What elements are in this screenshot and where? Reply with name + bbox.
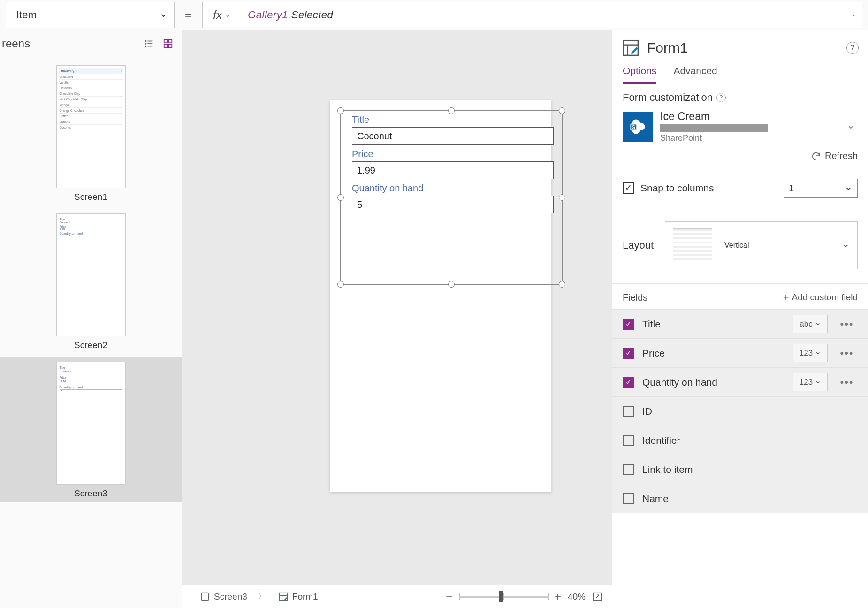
screen-thumbnail-2[interactable]: Title Coconut Price 1.99 Quantity on han…	[0, 209, 182, 353]
tab-advanced[interactable]: Advanced	[673, 61, 717, 84]
sharepoint-icon: S	[623, 112, 653, 142]
field-row-identifier[interactable]: Identifier	[612, 426, 868, 455]
field-row-id[interactable]: ID	[612, 396, 868, 426]
breadcrumb-screen[interactable]: Screen3	[191, 585, 256, 608]
form-customization-header: Form customization	[623, 91, 713, 104]
property-name: Item	[16, 9, 37, 21]
plus-icon: +	[783, 291, 789, 304]
field-type-dropdown[interactable]: 123	[793, 373, 828, 391]
help-icon[interactable]: ?	[716, 93, 726, 102]
tab-options[interactable]: Options	[623, 61, 656, 84]
screen-thumbnail-3[interactable]: Title Coconut Price 1.99 Quantity on han…	[0, 357, 182, 502]
layout-dropdown[interactable]: Vertical	[665, 221, 858, 269]
svg-rect-6	[164, 40, 167, 43]
canvas[interactable]: Title Price Quantity on hand Screen3 〉	[182, 30, 612, 608]
screen2-label: Screen2	[74, 340, 107, 350]
field-menu-icon[interactable]: •••	[836, 347, 858, 359]
chevron-down-icon	[159, 9, 168, 21]
resize-handle[interactable]	[559, 281, 565, 288]
snap-label: Snap to columns	[640, 182, 777, 194]
resize-handle[interactable]	[337, 281, 344, 288]
screen3-label: Screen3	[74, 488, 107, 499]
svg-point-4	[145, 43, 146, 44]
field-menu-icon[interactable]: •••	[836, 318, 858, 330]
zoom-in-button[interactable]: +	[555, 590, 561, 603]
svg-text:S: S	[632, 125, 635, 130]
svg-point-5	[145, 46, 146, 47]
field-checkbox[interactable]	[623, 435, 634, 446]
qty-input[interactable]	[352, 196, 554, 213]
datasource-platform: SharePoint	[660, 133, 768, 143]
field-checkbox[interactable]	[623, 406, 634, 417]
resize-handle[interactable]	[448, 107, 455, 114]
add-custom-field-button[interactable]: + Add custom field	[783, 291, 858, 304]
price-input[interactable]	[352, 161, 554, 179]
breadcrumb-sep: 〉	[256, 588, 270, 605]
svg-point-3	[145, 41, 146, 42]
field-checkbox[interactable]	[623, 377, 634, 388]
refresh-button[interactable]: Refresh	[623, 151, 858, 161]
refresh-icon	[811, 151, 821, 161]
fx-icon: fx	[213, 8, 222, 22]
resize-handle[interactable]	[337, 107, 344, 114]
field-row-qty[interactable]: Quantity on hand 123 •••	[612, 367, 868, 396]
field-checkbox[interactable]	[623, 348, 634, 359]
screen-thumbnail-1[interactable]: Strawberry› Chocolate Vanilla Pistachio …	[0, 61, 182, 205]
screen1-label: Screen1	[74, 192, 107, 202]
screens-panel: reens Strawberry› Chocolate Vanilla Pist…	[0, 30, 182, 608]
fit-screen-icon[interactable]	[592, 592, 602, 602]
expand-formula-icon[interactable]	[850, 11, 857, 20]
snap-checkbox[interactable]	[623, 182, 634, 194]
formula-chain: .Selected	[288, 9, 333, 21]
breadcrumb-form[interactable]: Form1	[270, 585, 327, 608]
screen-icon	[200, 592, 210, 602]
thumbnail-view-icon[interactable]	[163, 38, 173, 49]
chevron-down-icon	[845, 182, 853, 194]
field-type-dropdown[interactable]: abc	[793, 315, 828, 333]
formula-identifier: Gallery1	[248, 9, 288, 21]
fx-button[interactable]: fx	[202, 2, 241, 28]
panel-title: Form1	[647, 40, 688, 56]
field-menu-icon[interactable]: •••	[836, 376, 858, 388]
resize-handle[interactable]	[559, 107, 565, 114]
list-view-icon[interactable]	[144, 38, 154, 49]
field-row-price[interactable]: Price 123 •••	[612, 338, 868, 367]
properties-panel: Form1 ? Options Advanced Form customizat…	[612, 30, 868, 608]
chevron-down-icon	[847, 121, 858, 132]
layout-value: Vertical	[724, 241, 749, 250]
resize-handle[interactable]	[559, 194, 565, 201]
field-type-dropdown[interactable]: 123	[793, 344, 828, 362]
svg-rect-15	[623, 40, 638, 55]
svg-rect-7	[169, 40, 172, 43]
screen2-preview: Title Coconut Price 1.99 Quantity on han…	[56, 213, 126, 336]
zoom-level: 40%	[568, 592, 586, 602]
field-row-title[interactable]: Title abc •••	[612, 309, 868, 338]
form-icon	[278, 592, 289, 602]
redacted-text	[660, 124, 768, 132]
svg-rect-9	[169, 45, 172, 47]
columns-dropdown[interactable]: 1	[784, 179, 858, 198]
field-checkbox[interactable]	[623, 319, 634, 330]
title-input[interactable]	[352, 127, 554, 145]
fields-header: Fields	[623, 292, 647, 303]
chevron-down-icon	[225, 12, 230, 20]
formula-bar[interactable]: Gallery1.Selected	[241, 2, 862, 28]
datasource-selector[interactable]: S Ice Cream SharePoint	[623, 110, 858, 143]
zoom-slider[interactable]	[459, 596, 548, 598]
form-icon	[622, 39, 640, 57]
field-checkbox[interactable]	[623, 464, 634, 475]
field-row-link[interactable]: Link to item	[612, 455, 868, 484]
datasource-name: Ice Cream	[660, 110, 768, 123]
zoom-out-button[interactable]: −	[446, 590, 452, 603]
resize-handle[interactable]	[448, 281, 455, 288]
resize-handle[interactable]	[337, 194, 344, 201]
field-row-name[interactable]: Name	[612, 484, 868, 513]
help-icon[interactable]: ?	[846, 42, 859, 54]
property-dropdown[interactable]: Item	[6, 2, 175, 28]
selected-form[interactable]: Title Price Quantity on hand	[340, 110, 563, 285]
screen1-preview: Strawberry› Chocolate Vanilla Pistachio …	[56, 65, 126, 188]
svg-rect-8	[164, 45, 167, 47]
field-label-title: Title	[352, 114, 551, 125]
chevron-down-icon	[842, 240, 850, 251]
field-checkbox[interactable]	[623, 493, 634, 504]
